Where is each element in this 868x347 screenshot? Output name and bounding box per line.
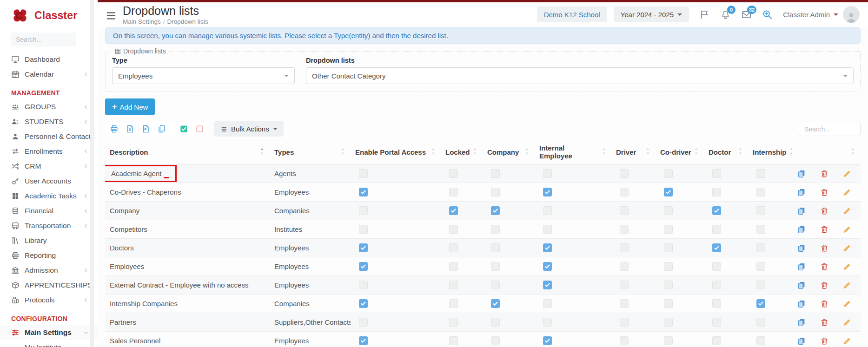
unchecked-checkbox-internship[interactable] [756, 262, 765, 271]
messages-envelope-icon[interactable]: 32 [741, 9, 752, 20]
bulk-actions-button[interactable]: Bulk Actions [214, 121, 284, 137]
sidebar-item-calendar[interactable]: Calendar [0, 67, 98, 82]
checked-checkbox-locked[interactable] [449, 206, 458, 215]
delete-row-button[interactable] [820, 318, 829, 327]
unchecked-checkbox-doctor[interactable] [712, 188, 721, 196]
sidebar-item-admission[interactable]: Admission [0, 263, 98, 278]
delete-row-button[interactable] [820, 281, 829, 290]
sidebar-search-input[interactable] [11, 33, 76, 46]
copy-row-button[interactable] [797, 188, 807, 197]
copy-row-button[interactable] [797, 281, 807, 290]
unchecked-checkbox-internship[interactable] [756, 206, 765, 215]
unchecked-checkbox-doctor[interactable] [712, 318, 721, 327]
unchecked-checkbox-internal-employee[interactable] [543, 299, 552, 308]
checked-checkbox-internal-employee[interactable] [543, 281, 552, 289]
sidebar-item-user-accounts[interactable]: User Accounts [0, 174, 98, 189]
edit-row-button[interactable] [843, 336, 852, 346]
unchecked-checkbox-co-driver[interactable] [664, 206, 673, 215]
unchecked-checkbox-locked[interactable] [449, 169, 458, 178]
unchecked-checkbox-locked[interactable] [449, 318, 458, 327]
edit-row-button[interactable] [843, 169, 852, 178]
column-header-internship[interactable]: Internship [748, 141, 790, 164]
unchecked-checkbox-internship[interactable] [756, 318, 765, 327]
edit-row-button[interactable] [843, 299, 852, 308]
checked-checkbox-doctor[interactable] [712, 206, 721, 215]
unchecked-checkbox-internship[interactable] [756, 336, 765, 345]
export-pdf-icon[interactable] [139, 123, 152, 136]
unchecked-checkbox-co-driver[interactable] [664, 262, 673, 271]
zoom-search-icon[interactable] [762, 9, 773, 20]
unchecked-checkbox-locked[interactable] [449, 188, 458, 196]
sidebar-item-my-institute[interactable]: My Institute [0, 340, 98, 347]
school-selector-button[interactable]: Demo K12 School [537, 7, 607, 22]
breadcrumb-parent[interactable]: Main Settings [123, 18, 161, 25]
unchecked-checkbox-driver[interactable] [620, 188, 629, 196]
menu-toggle-icon[interactable] [106, 12, 116, 20]
sidebar-item-transportation[interactable]: Transportation [0, 218, 98, 233]
copy-row-button[interactable] [797, 299, 807, 308]
checked-checkbox-internal-employee[interactable] [543, 188, 552, 196]
sidebar-item-protocols[interactable]: Protocols [0, 293, 98, 308]
delete-row-button[interactable] [820, 262, 829, 271]
sidebar-item-apprenticeships[interactable]: APPRENTICESHIPS [0, 278, 98, 293]
sidebar-item-dashboard[interactable]: Dashboard [0, 52, 98, 67]
unchecked-checkbox-internship[interactable] [756, 169, 765, 178]
unchecked-checkbox-company[interactable] [491, 188, 500, 196]
checked-checkbox-company[interactable] [491, 206, 500, 215]
edit-row-button[interactable] [843, 225, 852, 234]
sidebar-item-main-settings[interactable]: Main Settings [0, 325, 98, 340]
checked-checkbox-enable-portal-access[interactable] [359, 336, 368, 345]
checked-checkbox-internal-employee[interactable] [543, 336, 552, 345]
unchecked-checkbox-locked[interactable] [449, 336, 458, 345]
copy-row-button[interactable] [797, 243, 807, 253]
unchecked-checkbox-internship[interactable] [756, 188, 765, 196]
edit-row-button[interactable] [843, 262, 852, 271]
unchecked-checkbox-company[interactable] [491, 281, 500, 289]
sidebar-item-students[interactable]: STUDENTS [0, 114, 98, 129]
copy-row-button[interactable] [797, 262, 807, 271]
column-header-driver[interactable]: Driver [611, 141, 656, 164]
unchecked-checkbox-company[interactable] [491, 243, 500, 252]
copy-icon[interactable] [154, 123, 168, 136]
sidebar-item-financial[interactable]: Financial [0, 203, 98, 218]
unchecked-checkbox-internship[interactable] [756, 281, 765, 289]
sidebar-item-crm[interactable]: CRM [0, 159, 98, 174]
unchecked-checkbox-driver[interactable] [620, 206, 629, 215]
checked-checkbox-enable-portal-access[interactable] [359, 188, 368, 196]
unchecked-checkbox-driver[interactable] [620, 336, 629, 345]
unchecked-checkbox-locked[interactable] [449, 243, 458, 252]
delete-row-button[interactable] [820, 188, 829, 197]
unchecked-checkbox-doctor[interactable] [712, 225, 721, 234]
export-excel-icon[interactable] [123, 123, 137, 136]
unchecked-checkbox-enable-portal-access[interactable] [359, 281, 368, 289]
dropdown-list-select[interactable]: Other Contact Category [306, 67, 854, 84]
checked-checkbox-doctor[interactable] [712, 243, 721, 252]
checked-checkbox-co-driver[interactable] [664, 188, 673, 196]
unchecked-checkbox-co-driver[interactable] [664, 169, 673, 178]
copy-row-button[interactable] [797, 169, 807, 178]
unchecked-checkbox-internship[interactable] [756, 243, 765, 252]
delete-row-button[interactable] [820, 243, 829, 253]
column-header-locked[interactable]: Locked [441, 141, 483, 164]
checked-checkbox-enable-portal-access[interactable] [359, 243, 368, 252]
flag-icon[interactable] [699, 9, 710, 20]
column-header-doctor[interactable]: Doctor [704, 141, 748, 164]
year-selector-button[interactable]: Year 2024 - 2025 [614, 7, 689, 22]
edit-row-button[interactable] [843, 281, 852, 290]
unchecked-checkbox-company[interactable] [491, 262, 500, 271]
unchecked-checkbox-internal-employee[interactable] [543, 169, 552, 178]
sidebar-item-groups[interactable]: GROUPS [0, 99, 98, 114]
checked-checkbox-internal-employee[interactable] [543, 243, 552, 252]
unchecked-checkbox-enable-portal-access[interactable] [359, 206, 368, 215]
unchecked-checkbox-doctor[interactable] [712, 336, 721, 345]
sidebar-item-reporting[interactable]: Reporting [0, 248, 98, 263]
unchecked-checkbox-company[interactable] [491, 169, 500, 178]
column-header-co-driver[interactable]: Co-driver [656, 141, 704, 164]
unchecked-checkbox-driver[interactable] [620, 262, 629, 271]
unchecked-checkbox-doctor[interactable] [712, 281, 721, 289]
user-menu[interactable]: Classter Admin [783, 11, 838, 19]
copy-row-button[interactable] [797, 336, 807, 346]
unchecked-checkbox-driver[interactable] [620, 225, 629, 234]
unchecked-checkbox-driver[interactable] [620, 169, 629, 178]
checked-checkbox-internship[interactable] [756, 299, 765, 308]
